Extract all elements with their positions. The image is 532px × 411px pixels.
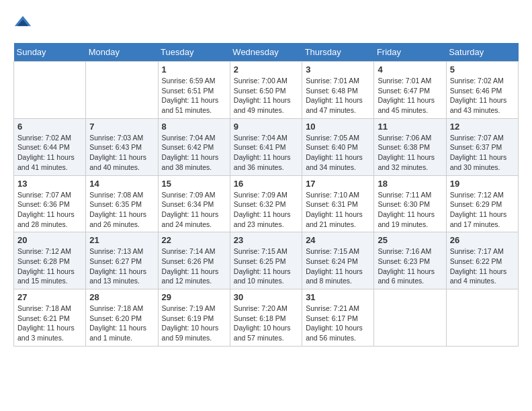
calendar-cell: 10Sunrise: 7:05 AM Sunset: 6:40 PM Dayli… — [302, 118, 374, 175]
day-number: 21 — [89, 235, 154, 245]
calendar-cell: 24Sunrise: 7:15 AM Sunset: 6:24 PM Dayli… — [302, 232, 374, 289]
calendar-cell: 7Sunrise: 7:03 AM Sunset: 6:43 PM Daylig… — [86, 118, 158, 175]
calendar-cell: 3Sunrise: 7:01 AM Sunset: 6:48 PM Daylig… — [302, 62, 374, 119]
week-row-5: 27Sunrise: 7:18 AM Sunset: 6:21 PM Dayli… — [14, 289, 519, 347]
day-info: Sunrise: 7:09 AM Sunset: 6:32 PM Dayligh… — [234, 190, 298, 230]
calendar-cell: 20Sunrise: 7:12 AM Sunset: 6:28 PM Dayli… — [14, 232, 86, 289]
day-info: Sunrise: 7:18 AM Sunset: 6:20 PM Dayligh… — [89, 304, 154, 343]
logo — [13, 13, 35, 32]
day-number: 26 — [450, 235, 515, 245]
day-info: Sunrise: 7:17 AM Sunset: 6:22 PM Dayligh… — [450, 246, 515, 286]
day-number: 4 — [378, 64, 442, 75]
day-info: Sunrise: 7:15 AM Sunset: 6:24 PM Dayligh… — [306, 246, 370, 286]
day-info: Sunrise: 7:20 AM Sunset: 6:18 PM Dayligh… — [234, 304, 298, 343]
week-row-1: 1Sunrise: 6:59 AM Sunset: 6:51 PM Daylig… — [14, 62, 519, 119]
day-info: Sunrise: 7:05 AM Sunset: 6:40 PM Dayligh… — [306, 133, 370, 173]
calendar-cell: 29Sunrise: 7:19 AM Sunset: 6:19 PM Dayli… — [158, 289, 230, 347]
day-info: Sunrise: 7:11 AM Sunset: 6:30 PM Dayligh… — [378, 190, 442, 230]
day-info: Sunrise: 7:09 AM Sunset: 6:34 PM Dayligh… — [162, 190, 226, 230]
day-info: Sunrise: 7:12 AM Sunset: 6:29 PM Dayligh… — [450, 190, 515, 230]
calendar-cell: 23Sunrise: 7:15 AM Sunset: 6:25 PM Dayli… — [230, 232, 302, 289]
day-info: Sunrise: 7:01 AM Sunset: 6:47 PM Dayligh… — [378, 76, 442, 116]
day-number: 19 — [450, 179, 515, 189]
day-number: 18 — [378, 179, 442, 189]
day-info: Sunrise: 7:06 AM Sunset: 6:38 PM Dayligh… — [378, 133, 442, 173]
calendar-cell: 18Sunrise: 7:11 AM Sunset: 6:30 PM Dayli… — [374, 175, 446, 232]
day-number: 1 — [162, 64, 226, 75]
calendar-cell: 8Sunrise: 7:04 AM Sunset: 6:42 PM Daylig… — [158, 118, 230, 175]
day-number: 7 — [89, 122, 154, 132]
weekday-header-row: SundayMondayTuesdayWednesdayThursdayFrid… — [14, 43, 519, 62]
day-info: Sunrise: 7:19 AM Sunset: 6:19 PM Dayligh… — [162, 304, 226, 343]
calendar-cell — [446, 289, 518, 347]
calendar-cell: 17Sunrise: 7:10 AM Sunset: 6:31 PM Dayli… — [302, 175, 374, 232]
day-number: 16 — [234, 179, 298, 189]
calendar-cell: 16Sunrise: 7:09 AM Sunset: 6:32 PM Dayli… — [230, 175, 302, 232]
calendar-cell — [14, 62, 86, 119]
day-number: 30 — [234, 292, 298, 302]
day-number: 10 — [306, 122, 370, 132]
day-number: 17 — [306, 179, 370, 189]
day-number: 13 — [17, 179, 82, 189]
calendar-cell: 30Sunrise: 7:20 AM Sunset: 6:18 PM Dayli… — [230, 289, 302, 347]
day-number: 28 — [89, 292, 154, 302]
day-number: 5 — [450, 64, 515, 75]
day-number: 25 — [378, 235, 442, 245]
day-info: Sunrise: 7:16 AM Sunset: 6:23 PM Dayligh… — [378, 246, 442, 286]
day-info: Sunrise: 7:13 AM Sunset: 6:27 PM Dayligh… — [89, 246, 154, 286]
week-row-4: 20Sunrise: 7:12 AM Sunset: 6:28 PM Dayli… — [14, 232, 519, 289]
day-number: 29 — [162, 292, 226, 302]
calendar-cell: 15Sunrise: 7:09 AM Sunset: 6:34 PM Dayli… — [158, 175, 230, 232]
day-number: 31 — [306, 292, 370, 302]
calendar-cell: 28Sunrise: 7:18 AM Sunset: 6:20 PM Dayli… — [86, 289, 158, 347]
day-info: Sunrise: 6:59 AM Sunset: 6:51 PM Dayligh… — [162, 76, 226, 116]
day-info: Sunrise: 7:08 AM Sunset: 6:35 PM Dayligh… — [89, 190, 154, 230]
day-info: Sunrise: 7:07 AM Sunset: 6:36 PM Dayligh… — [17, 190, 82, 230]
day-info: Sunrise: 7:07 AM Sunset: 6:37 PM Dayligh… — [450, 133, 515, 173]
day-info: Sunrise: 7:15 AM Sunset: 6:25 PM Dayligh… — [234, 246, 298, 286]
calendar-cell: 27Sunrise: 7:18 AM Sunset: 6:21 PM Dayli… — [14, 289, 86, 347]
weekday-header-monday: Monday — [86, 43, 158, 62]
day-number: 3 — [306, 64, 370, 75]
day-info: Sunrise: 7:18 AM Sunset: 6:21 PM Dayligh… — [17, 304, 82, 343]
calendar-cell: 19Sunrise: 7:12 AM Sunset: 6:29 PM Dayli… — [446, 175, 518, 232]
calendar-cell: 22Sunrise: 7:14 AM Sunset: 6:26 PM Dayli… — [158, 232, 230, 289]
day-number: 27 — [17, 292, 82, 302]
day-info: Sunrise: 7:00 AM Sunset: 6:50 PM Dayligh… — [234, 76, 298, 116]
weekday-header-thursday: Thursday — [302, 43, 374, 62]
calendar-cell: 1Sunrise: 6:59 AM Sunset: 6:51 PM Daylig… — [158, 62, 230, 119]
calendar-cell: 9Sunrise: 7:04 AM Sunset: 6:41 PM Daylig… — [230, 118, 302, 175]
weekday-header-friday: Friday — [374, 43, 446, 62]
week-row-3: 13Sunrise: 7:07 AM Sunset: 6:36 PM Dayli… — [14, 175, 519, 232]
calendar-cell: 31Sunrise: 7:21 AM Sunset: 6:17 PM Dayli… — [302, 289, 374, 347]
day-number: 11 — [378, 122, 442, 132]
calendar-cell: 4Sunrise: 7:01 AM Sunset: 6:47 PM Daylig… — [374, 62, 446, 119]
day-info: Sunrise: 7:14 AM Sunset: 6:26 PM Dayligh… — [162, 246, 226, 286]
calendar-body: 1Sunrise: 6:59 AM Sunset: 6:51 PM Daylig… — [14, 62, 519, 347]
day-number: 12 — [450, 122, 515, 132]
day-info: Sunrise: 7:10 AM Sunset: 6:31 PM Dayligh… — [306, 190, 370, 230]
day-number: 8 — [162, 122, 226, 132]
day-number: 15 — [162, 179, 226, 189]
day-info: Sunrise: 7:01 AM Sunset: 6:48 PM Dayligh… — [306, 76, 370, 116]
calendar-cell: 2Sunrise: 7:00 AM Sunset: 6:50 PM Daylig… — [230, 62, 302, 119]
calendar-cell — [374, 289, 446, 347]
day-number: 9 — [234, 122, 298, 132]
day-number: 6 — [17, 122, 82, 132]
day-number: 14 — [89, 179, 154, 189]
day-number: 23 — [234, 235, 298, 245]
day-info: Sunrise: 7:12 AM Sunset: 6:28 PM Dayligh… — [17, 246, 82, 286]
day-info: Sunrise: 7:03 AM Sunset: 6:43 PM Dayligh… — [89, 133, 154, 173]
calendar-cell: 6Sunrise: 7:02 AM Sunset: 6:44 PM Daylig… — [14, 118, 86, 175]
day-info: Sunrise: 7:21 AM Sunset: 6:17 PM Dayligh… — [306, 304, 370, 343]
calendar-cell: 12Sunrise: 7:07 AM Sunset: 6:37 PM Dayli… — [446, 118, 518, 175]
calendar-cell: 21Sunrise: 7:13 AM Sunset: 6:27 PM Dayli… — [86, 232, 158, 289]
weekday-header-tuesday: Tuesday — [158, 43, 230, 62]
calendar-cell: 25Sunrise: 7:16 AM Sunset: 6:23 PM Dayli… — [374, 232, 446, 289]
day-number: 24 — [306, 235, 370, 245]
week-row-2: 6Sunrise: 7:02 AM Sunset: 6:44 PM Daylig… — [14, 118, 519, 175]
day-number: 20 — [17, 235, 82, 245]
calendar-table: SundayMondayTuesdayWednesdayThursdayFrid… — [13, 43, 519, 347]
weekday-header-sunday: Sunday — [14, 43, 86, 62]
weekday-header-wednesday: Wednesday — [230, 43, 302, 62]
